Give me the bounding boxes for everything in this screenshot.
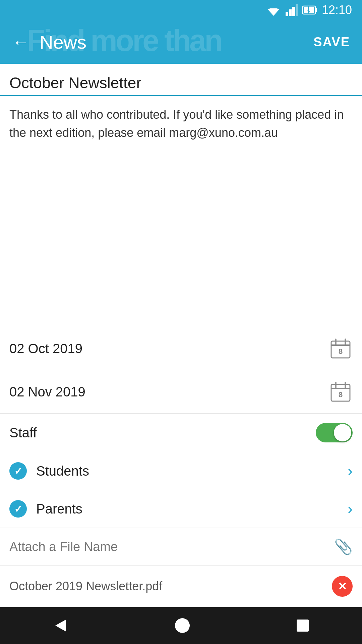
students-row[interactable]: ✓ Students › [0, 452, 362, 490]
paperclip-icon[interactable]: 📎 [334, 538, 353, 555]
start-date-value: 02 Oct 2019 [9, 341, 322, 356]
toggle-knob [334, 424, 351, 441]
svg-text:8: 8 [339, 347, 343, 356]
file-name: October 2019 Newsletter.pdf [9, 579, 332, 593]
form-section: 02 Oct 2019 8 02 Nov 2019 [0, 327, 362, 607]
page-title: News [40, 31, 313, 53]
end-date-value: 02 Nov 2019 [9, 384, 322, 399]
svg-rect-8 [315, 8, 317, 12]
start-date-row[interactable]: 02 Oct 2019 8 [0, 327, 362, 370]
app-bar: Find more than ← News SAVE [0, 20, 362, 64]
status-time: 12:10 [322, 3, 352, 17]
svg-rect-5 [292, 7, 295, 16]
svg-point-23 [175, 618, 190, 633]
staff-toggle[interactable] [316, 423, 353, 442]
staff-toggle-row: Staff [0, 414, 362, 452]
body-text[interactable]: Thanks to all who contributed. If you'd … [0, 96, 362, 327]
wifi-icon [266, 4, 281, 16]
title-field-container [0, 64, 362, 96]
parents-chevron-icon: › [348, 500, 353, 517]
nav-recent-button[interactable] [295, 618, 310, 633]
title-input[interactable] [9, 74, 353, 92]
nav-home-button[interactable] [174, 617, 191, 634]
battery-icon [302, 5, 317, 15]
svg-marker-22 [55, 620, 66, 632]
start-date-calendar-icon[interactable]: 8 [328, 336, 353, 361]
back-button[interactable]: ← [12, 32, 29, 52]
end-date-calendar-icon[interactable]: 8 [328, 380, 353, 404]
attach-input[interactable] [9, 540, 334, 554]
attach-row: 📎 [0, 528, 362, 566]
svg-text:8: 8 [339, 390, 343, 399]
delete-attachment-button[interactable]: ✕ [332, 576, 353, 597]
students-check-icon: ✓ [9, 462, 27, 480]
status-bar: 12:10 [0, 0, 362, 20]
parents-label: Parents [36, 501, 348, 517]
signal-icon [286, 4, 298, 16]
nav-back-button[interactable] [52, 617, 69, 634]
bottom-nav [0, 607, 362, 644]
parents-check-icon: ✓ [9, 500, 27, 518]
svg-rect-13 [331, 344, 350, 346]
students-chevron-icon: › [348, 463, 353, 479]
staff-label: Staff [9, 425, 316, 440]
svg-rect-3 [286, 12, 288, 16]
status-icons: 12:10 [266, 3, 352, 17]
svg-rect-24 [297, 620, 309, 632]
content-area: Thanks to all who contributed. If you'd … [0, 64, 362, 607]
save-button[interactable]: SAVE [313, 35, 350, 49]
svg-rect-4 [289, 9, 292, 16]
end-date-row[interactable]: 02 Nov 2019 8 [0, 370, 362, 414]
parents-row[interactable]: ✓ Parents › [0, 490, 362, 528]
svg-rect-18 [331, 388, 350, 389]
svg-rect-6 [296, 4, 298, 16]
students-label: Students [36, 464, 348, 479]
file-row: October 2019 Newsletter.pdf ✕ [0, 566, 362, 607]
